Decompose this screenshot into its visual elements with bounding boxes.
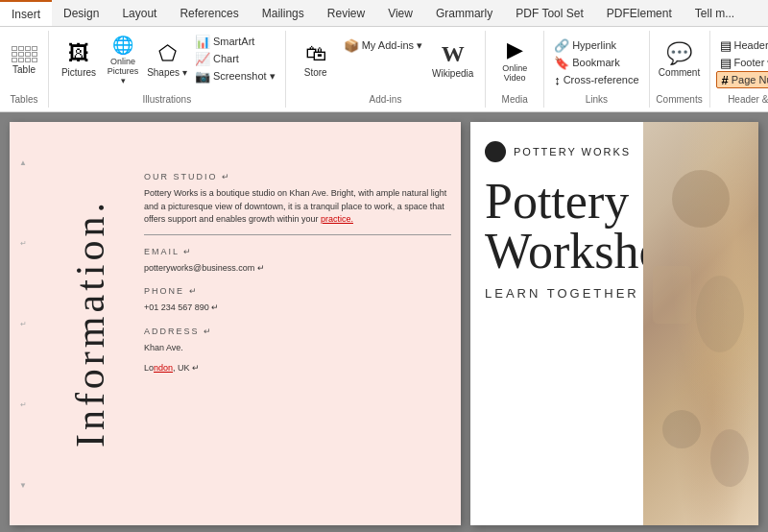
illustrations-group-label: Illustrations	[49, 94, 285, 105]
footer-icon: ▤	[720, 56, 732, 70]
tables-group-label: Tables	[0, 94, 48, 105]
header-icon: ▤	[720, 38, 732, 53]
screenshot-button[interactable]: 📷 Screenshot ▾	[191, 67, 279, 85]
online-pictures-button[interactable]: 🌐 OnlinePictures ▾	[103, 33, 143, 88]
address-value2: London, UK ↵	[144, 362, 451, 375]
scroll-indicators: ▲ ↵ ↵ ↵ ▼	[17, 122, 29, 525]
links-group-label: Links	[544, 94, 648, 105]
svg-point-4	[710, 429, 749, 487]
comment-icon: 💬	[666, 43, 692, 64]
media-group-label: Media	[486, 94, 543, 105]
scroll-down-arrow[interactable]: ▼	[19, 481, 27, 490]
ribbon-group-comments: 💬 Comment Comments	[650, 31, 710, 108]
pottery-svg	[643, 122, 758, 525]
online-video-icon: ▶	[507, 39, 523, 60]
svg-point-2	[662, 410, 701, 448]
ribbon-group-tables: Table Tables	[0, 31, 49, 108]
scroll-arrow-2: ↵	[20, 320, 27, 328]
illus-stack: 📊 SmartArt 📈 Chart 📷 Screenshot ▾	[191, 33, 279, 85]
our-studio-body: Pottery Works is a boutique studio on Kh…	[144, 187, 451, 227]
tab-grammarly[interactable]: Grammarly	[424, 0, 504, 26]
scroll-arrow-1: ↵	[20, 239, 27, 248]
smartart-label: SmartArt	[213, 36, 254, 47]
address-value1: Khan Ave.	[144, 342, 451, 355]
links-stack: 🔗 Hyperlink 🔖 Bookmark ↕ Cross-reference	[550, 33, 642, 88]
wikipedia-label: Wikipedia	[432, 68, 473, 79]
phone-title: PHONE ↵	[144, 286, 451, 296]
scroll-arrow-3: ↵	[20, 400, 27, 409]
tab-tell-me[interactable]: Tell m...	[684, 0, 746, 26]
online-pictures-label: OnlinePictures ▾	[105, 57, 141, 85]
smartart-icon: 📊	[195, 35, 210, 49]
hyperlink-icon: 🔗	[554, 38, 569, 53]
ribbon-group-header-footer: ▤ Header ▾ ▤ Footer ▾ # Page Number ▾ He…	[710, 31, 768, 108]
pictures-label: Pictures	[61, 67, 96, 78]
pottery-image	[643, 122, 758, 525]
screenshot-icon: 📷	[195, 69, 210, 84]
tab-layout[interactable]: Layout	[110, 0, 168, 26]
svg-point-0	[672, 170, 730, 228]
hf-stack: ▤ Header ▾ ▤ Footer ▾ # Page Number ▾	[716, 33, 768, 88]
tab-references[interactable]: References	[168, 0, 250, 26]
chart-button[interactable]: 📈 Chart	[191, 50, 279, 67]
vertical-information-text: Information.	[67, 199, 113, 447]
my-addins-button[interactable]: 📦 My Add-ins ▾	[340, 36, 426, 54]
ribbon: Insert Design Layout References Mailings…	[0, 0, 768, 112]
practice-link[interactable]: practice.	[321, 214, 353, 224]
wikipedia-button[interactable]: W Wikipedia	[426, 33, 479, 88]
shapes-icon: ⬠	[158, 43, 177, 64]
ribbon-group-media: ▶ OnlineVideo Media	[486, 31, 544, 108]
comment-button[interactable]: 💬 Comment	[656, 33, 704, 88]
divider-1	[144, 234, 451, 235]
doc-page-left: ▲ ↵ ↵ ↵ ▼ Information. OUR STUDIO ↵ Pott…	[10, 122, 461, 525]
page-number-label: Page Number ▾	[732, 74, 768, 86]
page-number-icon: #	[722, 73, 729, 87]
ribbon-group-illustrations: 🖼 Pictures 🌐 OnlinePictures ▾ ⬠ Shapes ▾…	[49, 31, 286, 108]
online-pictures-icon: 🌐	[112, 36, 133, 54]
bookmark-button[interactable]: 🔖 Bookmark	[550, 54, 642, 71]
wikipedia-icon: W	[442, 42, 465, 65]
comment-label: Comment	[659, 67, 700, 78]
online-video-button[interactable]: ▶ OnlineVideo	[492, 33, 538, 88]
ribbon-group-addins: 🛍 Store 📦 My Add-ins ▾ W Wikipedia Add-i…	[286, 31, 486, 108]
tab-review[interactable]: Review	[316, 0, 376, 26]
bookmark-icon: 🔖	[554, 56, 569, 70]
header-footer-group-label: Header & Footer	[710, 94, 768, 105]
my-addins-icon: 📦	[344, 38, 359, 53]
table-button[interactable]: Table	[6, 33, 42, 88]
shapes-button[interactable]: ⬠ Shapes ▾	[143, 33, 191, 88]
header-button[interactable]: ▤ Header ▾	[716, 36, 768, 54]
comments-group-label: Comments	[650, 94, 709, 105]
addins-group-label: Add-ins	[286, 94, 485, 105]
addins-stack: 📦 My Add-ins ▾	[340, 33, 426, 54]
table-button-label: Table	[12, 64, 36, 75]
store-label: Store	[304, 67, 327, 78]
left-page-content: OUR STUDIO ↵ Pottery Works is a boutique…	[144, 160, 451, 383]
table-grid-icon	[12, 46, 37, 62]
smartart-button[interactable]: 📊 SmartArt	[191, 33, 279, 50]
scroll-up-arrow[interactable]: ▲	[19, 158, 27, 167]
tab-design[interactable]: Design	[52, 0, 110, 26]
email-value: potteryworks@business.com ↵	[144, 262, 451, 276]
london-link[interactable]: ndon	[154, 363, 173, 373]
tab-mailings[interactable]: Mailings	[251, 0, 316, 26]
header-label: Header ▾	[734, 39, 768, 52]
pictures-button[interactable]: 🖼 Pictures	[55, 33, 103, 88]
tab-insert[interactable]: Insert	[0, 0, 52, 26]
tab-row: Insert Design Layout References Mailings…	[0, 0, 768, 27]
store-button[interactable]: 🛍 Store	[292, 33, 340, 88]
chart-label: Chart	[213, 53, 239, 64]
document-area: ▲ ↵ ↵ ↵ ▼ Information. OUR STUDIO ↵ Pott…	[0, 112, 768, 532]
hyperlink-button[interactable]: 🔗 Hyperlink	[550, 36, 642, 54]
cross-reference-icon: ↕	[554, 73, 561, 87]
tab-pdfelement[interactable]: PDFElement	[595, 0, 684, 26]
page-number-button[interactable]: # Page Number ▾	[716, 71, 768, 88]
cross-reference-button[interactable]: ↕ Cross-reference	[550, 71, 642, 88]
our-studio-title: OUR STUDIO ↵	[144, 172, 451, 181]
tab-view[interactable]: View	[376, 0, 424, 26]
store-icon: 🛍	[305, 43, 326, 64]
screenshot-label: Screenshot ▾	[213, 70, 276, 83]
footer-button[interactable]: ▤ Footer ▾	[716, 54, 768, 71]
tab-pdf-tool-set[interactable]: PDF Tool Set	[504, 0, 594, 26]
bookmark-label: Bookmark	[572, 57, 620, 68]
